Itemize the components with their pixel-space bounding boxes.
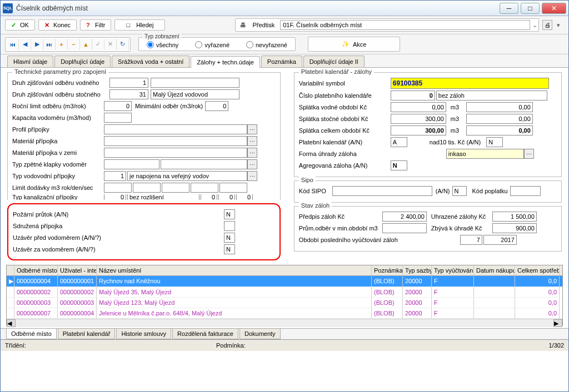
nav-del[interactable]: − xyxy=(68,39,80,50)
data-grid[interactable]: Odběrné místo Uživatel - inter Název umí… xyxy=(6,265,563,326)
limit3-input[interactable] xyxy=(162,183,189,193)
uzaver-pred-input[interactable] xyxy=(224,233,235,243)
table-row[interactable]: ▶00000000040000000001Rychnov nad Kněžnou… xyxy=(7,276,562,287)
cislo-kal-input[interactable] xyxy=(391,91,435,100)
kapacita-input[interactable] xyxy=(104,113,132,123)
limit5-input[interactable] xyxy=(219,183,247,193)
print-button[interactable]: 🖨 xyxy=(542,20,552,30)
vodov-text[interactable] xyxy=(127,171,247,181)
nav-prev[interactable]: ◀ xyxy=(19,39,31,50)
m3-stocne[interactable] xyxy=(466,114,533,124)
forma-input[interactable] xyxy=(446,149,524,159)
material-input[interactable] xyxy=(104,136,247,146)
material-zemi-input[interactable] xyxy=(104,148,247,158)
druh-stocne-text[interactable] xyxy=(151,89,239,99)
tab-zalohy[interactable]: Zálohy + techn.údaje xyxy=(191,56,259,68)
zpetna-text[interactable] xyxy=(161,159,247,169)
sipo-input[interactable] xyxy=(332,186,432,196)
kanal-text[interactable] xyxy=(127,194,199,200)
btab-plat[interactable]: Platební kalendář xyxy=(58,329,116,339)
profil-input[interactable] xyxy=(104,124,247,134)
spl-stocne-input[interactable] xyxy=(391,114,446,124)
prum-input[interactable] xyxy=(382,223,427,233)
hledej-button[interactable]: □ Hledej xyxy=(114,19,165,31)
poplatek-input[interactable] xyxy=(510,186,541,196)
maximize-button[interactable]: □ xyxy=(521,3,540,14)
sipo-an-input[interactable] xyxy=(452,186,467,196)
table-row[interactable]: 00000000020000000002Malý Újezd 35, Malý … xyxy=(7,287,562,298)
rocni-input[interactable] xyxy=(104,101,132,111)
obdobi-m-input[interactable] xyxy=(460,235,482,245)
display-type-group: Typ zobrazení všechny vyřazené nevyřazen… xyxy=(138,37,296,51)
tab-doplnujici[interactable]: Doplňující údaje xyxy=(54,56,111,67)
m3-vodne[interactable] xyxy=(466,102,533,112)
predtisk-select[interactable]: 01F. Číselník odběrných míst xyxy=(280,20,530,30)
table-row[interactable]: 00000000030000000003Malý Újezd 123, Malý… xyxy=(7,298,562,308)
uhrazene-input[interactable] xyxy=(492,212,537,222)
nav-confirm[interactable]: ✓ xyxy=(92,39,104,50)
vodov-lookup[interactable]: ⋯ xyxy=(247,171,257,181)
tab-dopl2[interactable]: Doplňující údaje II xyxy=(303,56,365,67)
material-lookup[interactable]: ⋯ xyxy=(247,136,257,146)
limit1-input[interactable] xyxy=(104,183,132,193)
minimize-button[interactable]: ─ xyxy=(500,3,518,14)
nav-cancel[interactable]: ✕ xyxy=(104,39,117,50)
tab-srazkova[interactable]: Srážková voda + ostatní xyxy=(112,56,189,67)
var-symbol-input[interactable] xyxy=(391,78,549,89)
forma-lookup[interactable]: ⋯ xyxy=(524,149,534,159)
app-icon: SQL xyxy=(3,3,13,13)
tech-params-fieldset: Technické parametry pro zapojení Druh zj… xyxy=(7,72,281,200)
zpetna-lookup[interactable]: ⋯ xyxy=(247,159,257,169)
vodov-input[interactable] xyxy=(104,171,126,181)
profil-lookup[interactable]: ⋯ xyxy=(247,124,257,134)
limit2-input[interactable] xyxy=(133,183,161,193)
filtr-button[interactable]: ?Filtr xyxy=(80,19,111,31)
predpis-input[interactable] xyxy=(382,212,427,222)
radio-nevyrazene[interactable]: nevyřazené xyxy=(246,41,287,48)
cislo-kal-text[interactable] xyxy=(436,91,547,100)
nav-last[interactable]: ⏭ xyxy=(43,39,56,50)
min-odber-input[interactable] xyxy=(205,101,228,111)
konec-button[interactable]: ✕Konec xyxy=(38,19,77,31)
btab-hist[interactable]: Historie smlouvy xyxy=(116,329,171,339)
plat-kal-input[interactable] xyxy=(391,137,407,147)
tab-poznamka[interactable]: Poznámka xyxy=(261,56,302,67)
tab-hlavni[interactable]: Hlavní údaje xyxy=(7,56,53,67)
druh-stocne-input[interactable] xyxy=(109,89,148,99)
druh-vodne-input[interactable] xyxy=(109,78,148,88)
uzaver-za-input[interactable] xyxy=(224,244,235,254)
m3-celkem[interactable] xyxy=(466,125,533,135)
agreg-input[interactable] xyxy=(391,160,407,170)
zbyva-input[interactable] xyxy=(492,223,537,233)
nav-first[interactable]: ⏮ xyxy=(7,39,19,50)
radio-vsechny[interactable]: všechny xyxy=(147,41,178,48)
grid-scrollbar[interactable]: ◀▶ xyxy=(7,319,562,327)
pozarni-input[interactable] xyxy=(224,209,235,219)
material-zemi-lookup[interactable]: ⋯ xyxy=(247,148,257,158)
nav-next[interactable]: ▶ xyxy=(31,39,43,50)
highlighted-section: Požární průtok (A/N) Sdružená přípojka U… xyxy=(7,203,281,260)
nad10-input[interactable] xyxy=(486,137,503,147)
limit4-input[interactable] xyxy=(191,183,218,193)
nav-edit[interactable]: ▲ xyxy=(80,39,92,50)
btab-odb[interactable]: Odběrné místo xyxy=(6,329,57,339)
btab-rozd[interactable]: Rozdělená fakturace xyxy=(172,329,238,339)
zpetna-input[interactable] xyxy=(104,159,159,169)
btab-dok[interactable]: Dokumenty xyxy=(239,329,281,339)
predtisk-button[interactable]: 🖶 Předtisk xyxy=(237,21,278,29)
spl-celkem-input[interactable] xyxy=(391,125,446,135)
spl-vodne-input[interactable] xyxy=(391,102,446,112)
sdruzena-input[interactable] xyxy=(224,221,235,231)
table-row[interactable]: 00000000070000000004Jelenice u Mělníka č… xyxy=(7,308,562,319)
kanal-input[interactable] xyxy=(104,194,126,200)
obdobi-r-input[interactable] xyxy=(483,235,517,245)
search-icon: □ xyxy=(126,22,130,28)
nav-refresh[interactable]: ↻ xyxy=(117,39,129,50)
druh-vodne-text[interactable] xyxy=(151,78,239,88)
nav-add[interactable]: + xyxy=(56,39,68,50)
question-icon: ? xyxy=(86,22,93,28)
close-button[interactable]: ✕ xyxy=(542,3,566,14)
akce-button[interactable]: ✨Akce xyxy=(308,37,400,52)
radio-vyrazene[interactable]: vyřazené xyxy=(195,41,229,48)
ok-button[interactable]: ✓OK xyxy=(5,19,35,31)
